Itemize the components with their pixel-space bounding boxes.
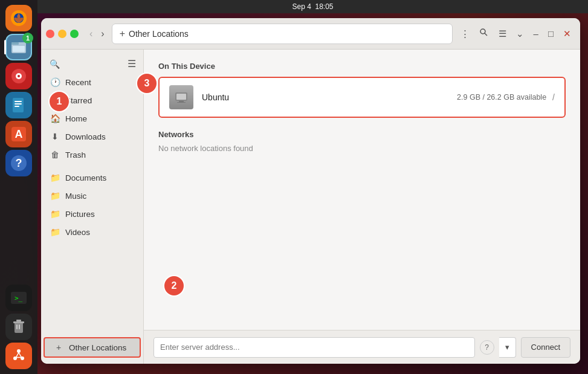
- taskbar-libreoffice[interactable]: [5, 92, 32, 118]
- networks-title: Networks: [158, 130, 566, 139]
- overflow-menu-button[interactable]: ⋮: [456, 25, 474, 42]
- sidebar-menu-button[interactable]: ☰: [126, 57, 137, 71]
- sidebar-item-pictures[interactable]: 📁 Pictures: [41, 205, 143, 223]
- other-locations-icon: +: [53, 343, 64, 352]
- taskbar-ubuntu[interactable]: [5, 343, 32, 369]
- search-icon: 🔍: [50, 59, 60, 69]
- svg-point-7: [18, 75, 20, 77]
- sidebar-label-videos: Videos: [65, 228, 90, 237]
- device-info: 2.9 GB / 26.2 GB available: [457, 93, 546, 102]
- svg-rect-22: [19, 324, 20, 329]
- svg-rect-3: [11, 42, 19, 45]
- svg-rect-19: [13, 321, 24, 323]
- window-header: ‹ › + Other Locations ⋮ ☰ ⌄ – □ ✕: [41, 18, 580, 50]
- server-address-input[interactable]: [153, 337, 475, 358]
- sidebar-label-other-locations: Other Locations: [69, 343, 126, 352]
- connect-button[interactable]: Connect: [521, 337, 570, 358]
- svg-rect-20: [16, 320, 21, 321]
- window-maximize-button[interactable]: □: [544, 25, 558, 42]
- search-button[interactable]: [475, 25, 493, 42]
- sidebar-item-other-locations[interactable]: + Other Locations: [44, 337, 141, 358]
- sidebar-item-starred[interactable]: ⭐ Starred: [41, 91, 143, 109]
- files-badge: 1: [22, 33, 33, 44]
- svg-rect-8: [13, 98, 24, 112]
- sidebar-item-home[interactable]: 🏠 Home: [41, 109, 143, 127]
- svg-rect-4: [13, 46, 25, 52]
- device-name: Ubuntu: [202, 92, 457, 102]
- close-button[interactable]: [46, 30, 54, 38]
- sidebar-label-downloads: Downloads: [65, 132, 106, 141]
- sidebar-label-pictures: Pictures: [65, 210, 95, 219]
- nav-arrows: ‹ ›: [86, 26, 108, 42]
- sidebar-label-trash: Trash: [65, 150, 86, 160]
- taskbar-rhythmbox[interactable]: [5, 63, 32, 89]
- on-this-device-title: On This Device: [158, 62, 566, 71]
- sidebar-label-music: Music: [65, 192, 86, 201]
- svg-rect-30: [176, 94, 186, 100]
- forward-button[interactable]: ›: [97, 26, 108, 42]
- header-actions: ⋮ ☰ ⌄ – □ ✕: [456, 25, 575, 42]
- device-arrow: /: [552, 92, 555, 102]
- trash-icon: 🗑: [50, 150, 60, 160]
- sort-button[interactable]: ⌄: [512, 25, 528, 42]
- documents-icon: 📁: [50, 173, 60, 182]
- svg-rect-10: [15, 103, 22, 105]
- taskbar-trash[interactable]: [5, 314, 32, 340]
- sidebar-header: 🔍 Other Locations ☰: [41, 54, 143, 73]
- server-dropdown-button[interactable]: ▾: [499, 337, 516, 358]
- sidebar: 🔍 Other Locations ☰ 🕐 Recent ⭐ Starred 🏠…: [41, 50, 144, 364]
- sidebar-item-trash[interactable]: 🗑 Trash: [41, 146, 143, 164]
- music-icon: 📁: [50, 191, 60, 201]
- svg-text:>_: >_: [15, 294, 23, 302]
- main-content: On This Device Ubuntu 2.9 GB / 26.2 GB a…: [144, 50, 580, 330]
- downloads-icon: ⬇: [50, 132, 60, 141]
- window-minimize-button[interactable]: –: [529, 25, 543, 42]
- top-bar: Sep 4 18:05: [37, 0, 588, 13]
- bottom-bar: ? ▾ Connect: [144, 330, 580, 364]
- sidebar-label-recent: Recent: [65, 78, 91, 87]
- sidebar-item-music[interactable]: 📁 Music: [41, 187, 143, 205]
- svg-text:A: A: [15, 128, 23, 140]
- window-close-button[interactable]: ✕: [559, 25, 575, 42]
- view-toggle-button[interactable]: ☰: [494, 25, 511, 42]
- taskbar-terminal[interactable]: >_: [5, 285, 32, 311]
- svg-line-28: [484, 33, 487, 36]
- minimize-button[interactable]: [58, 30, 66, 38]
- clock: Sep 4 18:05: [292, 2, 333, 11]
- svg-text:?: ?: [16, 157, 22, 169]
- pictures-icon: 📁: [50, 209, 60, 219]
- sidebar-item-documents[interactable]: 📁 Documents: [41, 169, 143, 187]
- taskbar-firefox[interactable]: [5, 5, 32, 31]
- ubuntu-device-row[interactable]: Ubuntu 2.9 GB / 26.2 GB available /: [158, 77, 566, 118]
- svg-rect-31: [179, 101, 184, 102]
- maximize-button[interactable]: [70, 30, 79, 38]
- window-body: 🔍 Other Locations ☰ 🕐 Recent ⭐ Starred 🏠…: [41, 50, 580, 364]
- back-button[interactable]: ‹: [86, 26, 96, 42]
- sidebar-item-videos[interactable]: 📁 Videos: [41, 223, 143, 241]
- file-manager-window: ‹ › + Other Locations ⋮ ☰ ⌄ – □ ✕ 🔍 Othe…: [41, 18, 580, 364]
- no-network-text: No network locations found: [158, 144, 566, 153]
- sidebar-label-home: Home: [65, 114, 87, 123]
- svg-rect-21: [16, 324, 18, 329]
- location-plus-icon: +: [120, 28, 125, 39]
- svg-rect-32: [177, 102, 186, 103]
- svg-rect-11: [15, 106, 19, 107]
- recent-icon: 🕐: [50, 77, 60, 87]
- sidebar-item-recent[interactable]: 🕐 Recent: [41, 73, 143, 91]
- sidebar-label-starred: Starred: [65, 96, 92, 105]
- location-text: Other Locations: [129, 29, 189, 39]
- videos-icon: 📁: [50, 227, 60, 237]
- taskbar-appstore[interactable]: A: [5, 121, 32, 147]
- sidebar-item-downloads[interactable]: ⬇ Downloads: [41, 127, 143, 146]
- sidebar-label-documents: Documents: [65, 173, 106, 182]
- starred-icon: ⭐: [50, 95, 60, 105]
- help-button[interactable]: ?: [480, 340, 494, 355]
- taskbar-help[interactable]: ?: [5, 150, 32, 176]
- home-icon: 🏠: [50, 114, 60, 123]
- taskbar: 1 A ? >_: [0, 0, 37, 374]
- svg-rect-9: [15, 101, 22, 102]
- taskbar-files[interactable]: 1: [5, 34, 32, 60]
- device-icon: [169, 85, 193, 109]
- location-bar[interactable]: + Other Locations: [112, 24, 453, 44]
